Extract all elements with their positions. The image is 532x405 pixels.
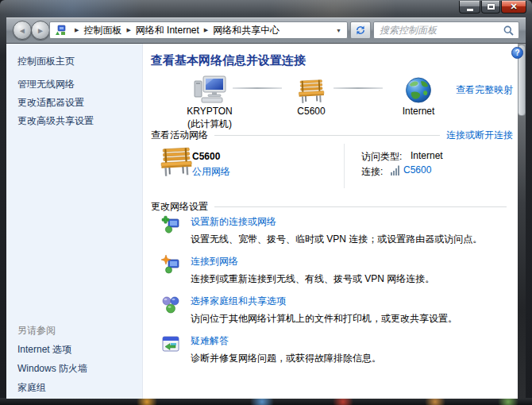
breadcrumb-arrow-icon: ▶ — [204, 27, 208, 33]
network-settings-title: 更改网络设置 — [151, 200, 208, 214]
task-description: 访问位于其他网络计算机上的文件和打印机，或更改共享设置。 — [191, 313, 457, 324]
maximize-icon — [488, 4, 495, 10]
access-type-label: 访问类型: — [361, 150, 402, 164]
sidebar-item-internet-options[interactable]: Internet 选项 — [17, 343, 71, 357]
network-center-icon — [55, 25, 66, 36]
view-full-map-link[interactable]: 查看完整映射 — [456, 83, 513, 97]
active-network-name: C5600 — [192, 151, 220, 162]
breadcrumb-network-internet[interactable]: 网络和 Internet — [136, 24, 199, 37]
map-node-internet[interactable]: Internet — [375, 72, 462, 117]
map-sublabel-computer: (此计算机) — [166, 118, 253, 129]
task-description: 诊断并修复网络问题，或获得故障排除信息。 — [191, 353, 381, 364]
map-label-internet: Internet — [375, 106, 462, 117]
minimize-icon — [467, 9, 473, 11]
sidebar-item-change-adapter[interactable]: 更改适配器设置 — [17, 96, 84, 110]
address-bar[interactable]: ▶ 控制面板 ▶ 网络和 Internet ▶ 网络和共享中心 ▼ — [49, 21, 348, 39]
window-controls: ✕ — [459, 1, 526, 14]
maximize-button[interactable] — [481, 1, 500, 14]
bench-icon — [157, 145, 195, 179]
map-label-computer: KRYPTON — [166, 106, 253, 117]
connect-to-network-icon[interactable] — [161, 255, 180, 284]
public-network-link[interactable]: 公用网络 — [192, 165, 230, 179]
see-also-header: 另请参阅 — [17, 324, 56, 338]
sidebar-item-manage-wireless[interactable]: 管理无线网络 — [17, 78, 75, 91]
task-connect-to-network: 连接到网络 连接到或重新连接到无线、有线、拨号或 VPN 网络连接。 — [159, 255, 511, 284]
magnifier-icon — [503, 25, 514, 36]
active-network-box: C5600 公用网络 访问类型: Internet 连接: C5600 — [143, 141, 518, 193]
sidebar-item-control-panel-home[interactable]: 控制面板主页 — [17, 55, 75, 68]
refresh-icon — [355, 25, 366, 36]
sidebar: 控制面板主页 管理无线网络 更改适配器设置 更改高级共享设置 另请参阅 Inte… — [6, 44, 143, 399]
task-homegroup-sharing: 选择家庭组和共享选项 访问位于其他网络计算机上的文件和打印机，或更改共享设置。 — [159, 295, 511, 324]
task-description: 设置无线、宽带、拨号、临时或 VPN 连接；或设置路由器或访问点。 — [191, 233, 482, 245]
address-dropdown-icon[interactable]: ▼ — [330, 28, 347, 33]
navigation-bar: ◄ ► ▶ 控制面板 ▶ 网络和 Internet ▶ 网络和共享中心 ▼ — [6, 17, 526, 44]
sidebar-item-windows-firewall[interactable]: Windows 防火墙 — [17, 362, 87, 376]
globe-icon[interactable] — [375, 72, 462, 104]
task-title-link[interactable]: 选择家庭组和共享选项 — [191, 295, 457, 308]
access-type-value: Internet — [411, 150, 443, 161]
breadcrumb-control-panel[interactable]: 控制面板 — [83, 24, 121, 37]
search-input[interactable] — [374, 23, 503, 37]
section-rule — [214, 206, 507, 207]
homegroup-icon[interactable] — [161, 295, 180, 324]
back-arrow-icon: ◄ — [18, 26, 26, 35]
search-box — [373, 21, 519, 39]
main-panel: 查看基本网络信息并设置连接 KRYPTON (此计算机) — [143, 44, 518, 399]
task-troubleshoot: 疑难解答 诊断并修复网络问题，或获得故障排除信息。 — [159, 334, 511, 364]
refresh-button[interactable] — [350, 21, 371, 39]
close-button[interactable]: ✕ — [501, 1, 526, 14]
close-icon: ✕ — [510, 2, 517, 11]
sidebar-item-homegroup[interactable]: 家庭组 — [17, 381, 46, 395]
forward-arrow-icon: ► — [37, 26, 44, 35]
content-area: ? 控制面板主页 管理无线网络 更改适配器设置 更改高级共享设置 另请参阅 In… — [6, 44, 526, 399]
troubleshoot-icon[interactable] — [161, 334, 180, 364]
forward-button[interactable]: ► — [31, 21, 50, 40]
connection-name-link[interactable]: C5600 — [403, 164, 431, 176]
task-title-link[interactable]: 设置新的连接或网络 — [191, 215, 482, 229]
task-title-link[interactable]: 连接到网络 — [191, 255, 434, 268]
minimize-button[interactable] — [459, 1, 480, 14]
map-node-computer[interactable]: KRYPTON (此计算机) — [166, 72, 253, 129]
breadcrumb-network-sharing-center[interactable]: 网络和共享中心 — [213, 24, 279, 37]
task-new-connection: 设置新的连接或网络 设置无线、宽带、拨号、临时或 VPN 连接；或设置路由器或访… — [159, 215, 511, 245]
breadcrumb-arrow-icon: ▶ — [126, 27, 130, 33]
map-node-network[interactable]: C5600 — [268, 72, 355, 117]
back-button[interactable]: ◄ — [13, 21, 32, 40]
connections-label: 连接: — [361, 165, 383, 179]
new-connection-icon[interactable] — [161, 215, 180, 245]
divider — [344, 144, 345, 188]
task-description: 连接到或重新连接到无线、有线、拨号或 VPN 网络连接。 — [191, 273, 434, 284]
wireless-signal-icon — [391, 165, 400, 176]
network-settings-header: 更改网络设置 — [151, 200, 513, 214]
breadcrumb-arrow-icon: ▶ — [75, 27, 79, 33]
page-title: 查看基本网络信息并设置连接 — [151, 53, 306, 68]
help-icon: ? — [515, 48, 519, 57]
help-button[interactable]: ? — [511, 47, 523, 59]
sidebar-item-advanced-sharing[interactable]: 更改高级共享设置 — [17, 114, 94, 128]
vertical-scrollbar[interactable] — [518, 44, 526, 399]
task-title-link[interactable]: 疑难解答 — [191, 334, 381, 348]
map-label-network: C5600 — [268, 106, 355, 117]
section-rule — [214, 135, 440, 136]
